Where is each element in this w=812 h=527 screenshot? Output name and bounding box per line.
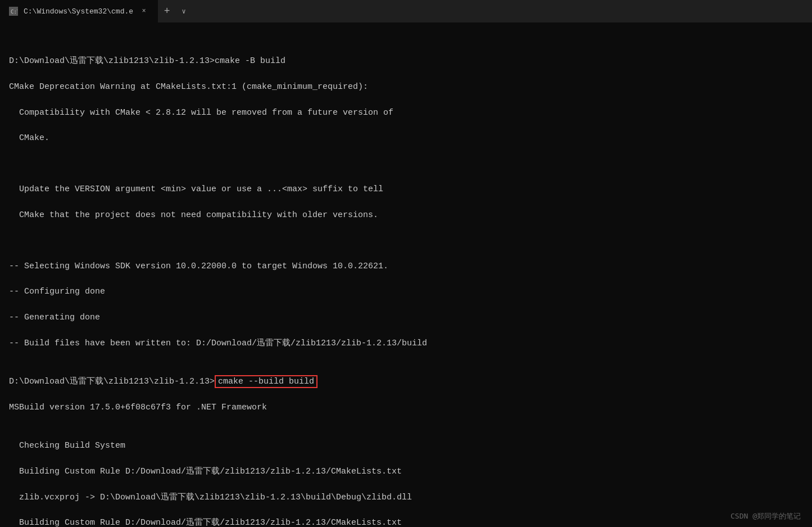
terminal-line-with-command: D:\Download\迅雷下载\zlib1213\zlib-1.2.13>cm…: [9, 375, 803, 388]
terminal-line: zlib.vcxproj -> D:\Download\迅雷下载\zlib121…: [9, 491, 803, 504]
terminal-body: D:\Download\迅雷下载\zlib1213\zlib-1.2.13>cm…: [0, 22, 812, 527]
terminal-line: CMake Deprecation Warning at CMakeLists.…: [9, 80, 803, 93]
new-tab-button[interactable]: +: [158, 0, 176, 22]
terminal-icon: C:\: [9, 7, 18, 16]
tab-close-button[interactable]: ×: [139, 6, 149, 16]
svg-text:C:\: C:\: [11, 9, 17, 15]
terminal-line: CMake that the project does not need com…: [9, 209, 803, 222]
terminal-tab[interactable]: C:\ C:\Windows\System32\cmd.e ×: [0, 0, 158, 22]
terminal-line: -- Configuring done: [9, 285, 803, 298]
terminal-line: -- Selecting Windows SDK version 10.0.22…: [9, 260, 803, 273]
highlighted-command: cmake --build build: [215, 375, 317, 388]
terminal-line: CMake.: [9, 132, 803, 145]
terminal-line: Update the VERSION argument <min> value …: [9, 183, 803, 196]
tab-dropdown-button[interactable]: ∨: [176, 0, 192, 22]
terminal-line: MSBuild version 17.5.0+6f08c67f3 for .NE…: [9, 401, 803, 414]
terminal-line: Checking Build System: [9, 439, 803, 452]
terminal-line: Compatibility with CMake < 2.8.12 will b…: [9, 106, 803, 119]
title-bar: C:\ C:\Windows\System32\cmd.e × + ∨: [0, 0, 812, 22]
tab-title: C:\Windows\System32\cmd.e: [24, 7, 133, 16]
watermark: CSDN @郑同学的笔记: [731, 511, 801, 521]
terminal-line: -- Build files have been written to: D:/…: [9, 337, 803, 350]
terminal-line: Building Custom Rule D:/Download/迅雷下载/zl…: [9, 465, 803, 478]
terminal-line: -- Generating done: [9, 311, 803, 324]
terminal-line: Building Custom Rule D:/Download/迅雷下载/zl…: [9, 516, 803, 527]
terminal-line: D:\Download\迅雷下载\zlib1213\zlib-1.2.13>cm…: [9, 55, 803, 67]
